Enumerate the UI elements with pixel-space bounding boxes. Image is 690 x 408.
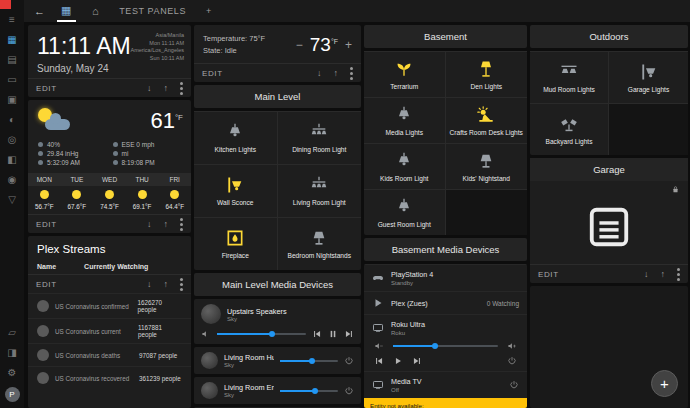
add-tab-button[interactable]: + <box>202 0 216 22</box>
user-avatar[interactable]: P <box>5 387 20 402</box>
lock-icon[interactable] <box>671 185 680 194</box>
setpoint-unit: °F <box>331 38 338 45</box>
switch-button-fireplace[interactable]: Fireplace <box>194 217 278 270</box>
volume-slider[interactable] <box>393 345 498 347</box>
more-options-icon[interactable] <box>350 72 353 75</box>
sprout-icon <box>394 59 414 79</box>
tab-home[interactable]: ⌂ <box>88 0 103 22</box>
move-down-icon[interactable]: ↓ <box>317 68 322 78</box>
move-up-icon[interactable]: ↑ <box>164 83 169 93</box>
more-options-icon[interactable] <box>180 87 183 90</box>
add-card-fab[interactable]: + <box>651 370 678 397</box>
developer-tools-icon[interactable]: ▱ <box>5 327 19 339</box>
light-button-garage-lights[interactable]: Garage Lights <box>609 51 688 103</box>
ceiling-light-icon <box>394 105 414 125</box>
previous-track-icon[interactable] <box>374 356 384 366</box>
play-icon[interactable] <box>393 356 403 366</box>
sunny-icon <box>138 190 147 199</box>
sunny-icon <box>170 190 179 199</box>
analytics-icon[interactable]: ◨ <box>5 347 19 359</box>
move-up-icon[interactable]: ↑ <box>334 68 339 78</box>
volume-slider[interactable] <box>280 360 338 362</box>
power-icon[interactable] <box>344 386 354 396</box>
cloud-icon <box>45 119 70 130</box>
power-icon[interactable] <box>509 380 519 390</box>
volume-slider[interactable] <box>217 333 306 335</box>
menu-icon[interactable]: ≡ <box>5 14 19 26</box>
next-track-icon[interactable] <box>344 329 354 339</box>
history-icon[interactable]: ◐ <box>5 114 19 126</box>
move-up-icon[interactable]: ↑ <box>661 269 666 279</box>
entity-icon <box>37 325 49 337</box>
previous-track-icon[interactable] <box>312 329 322 339</box>
move-down-icon[interactable]: ↓ <box>147 83 152 93</box>
light-button-kitchen-lights[interactable]: Kitchen Lights <box>194 111 278 164</box>
light-button-kids-room-light[interactable]: Kids Room Light <box>364 143 446 189</box>
move-up-icon[interactable]: ↑ <box>164 279 169 289</box>
move-down-icon[interactable]: ↓ <box>644 269 649 279</box>
more-options-icon[interactable] <box>677 273 680 276</box>
light-button-crafts-room-desk-lights[interactable]: Crafts Room Desk Lights <box>446 97 528 143</box>
volume-icon[interactable] <box>201 329 211 339</box>
light-button-kids-nightstand[interactable]: Kids' Nightstand <box>446 143 528 189</box>
media-item-playstation[interactable]: PlayStation 4 Standby <box>364 264 527 291</box>
pause-icon[interactable] <box>328 329 338 339</box>
switch-button-terrarium[interactable]: Terrarium <box>364 51 446 97</box>
overview-icon[interactable]: ▦ <box>5 34 19 46</box>
volume-up-icon[interactable] <box>507 341 517 351</box>
edit-button[interactable]: EDIT <box>36 280 57 289</box>
media-item-plex[interactable]: Plex (Zues) 0 Watching <box>364 291 527 314</box>
light-button-mud-room-lights[interactable]: Mud Room Lights <box>530 51 609 103</box>
calendar-icon[interactable]: ▤ <box>5 54 19 66</box>
next-track-icon[interactable] <box>412 356 422 366</box>
card-title: Plex Streams <box>28 243 191 261</box>
person-icon[interactable]: ◉ <box>5 174 19 186</box>
edit-button[interactable]: EDIT <box>36 84 57 93</box>
move-down-icon[interactable]: ↓ <box>147 279 152 289</box>
list-item[interactable]: US Coronavirus recovered361239 people <box>28 366 191 389</box>
media-item-roku-ultra[interactable]: Roku Ultra Roku <box>364 314 527 371</box>
media-item-media-tv[interactable]: Media TV Off <box>364 371 527 398</box>
edit-button[interactable]: EDIT <box>202 69 223 78</box>
move-up-icon[interactable]: ↑ <box>164 219 169 229</box>
temp-increase-button[interactable]: + <box>345 38 352 52</box>
edit-row: EDIT ↓ ↑ <box>194 63 361 82</box>
shield-icon[interactable]: ◧ <box>5 154 19 166</box>
list-item[interactable]: US Coronavirus confirmed1626270 people <box>28 293 191 318</box>
volume-slider[interactable] <box>280 390 338 392</box>
power-icon[interactable] <box>507 356 517 366</box>
light-button-wall-sconce[interactable]: Wall Sconce <box>194 164 278 217</box>
column-currently-watching: Currently Watching <box>84 263 148 270</box>
more-options-icon[interactable] <box>180 223 183 226</box>
dual-ceiling-light-icon <box>559 62 579 82</box>
entity-icon <box>37 349 49 361</box>
media-icon[interactable]: ▭ <box>5 74 19 86</box>
light-button-den-lights[interactable]: Den Lights <box>446 51 528 97</box>
back-button[interactable]: ← <box>34 5 45 17</box>
light-button-living-room-light[interactable]: Living Room Light <box>278 164 362 217</box>
light-button-dining-room-light[interactable]: Dining Room Light <box>278 111 362 164</box>
tab-test-panels[interactable]: TEST PANELS <box>115 0 190 22</box>
list-item[interactable]: US Coronavirus deaths97087 people <box>28 343 191 366</box>
settings-icon[interactable]: ⚙ <box>5 367 19 379</box>
light-button-backyard-lights[interactable]: Backyard Lights <box>530 103 609 155</box>
sunset: 8:19:08 PM <box>113 159 182 166</box>
light-button-guest-room-light[interactable]: Guest Room Light <box>364 189 446 235</box>
temp-decrease-button[interactable]: − <box>296 38 303 52</box>
more-options-icon[interactable] <box>180 283 183 286</box>
list-item[interactable]: US Coronavirus current1167881 people <box>28 318 191 343</box>
power-icon[interactable] <box>344 356 354 366</box>
tz2-time: Sun 10:11 AM <box>130 55 184 63</box>
map-icon[interactable]: ◎ <box>5 134 19 146</box>
tab-overview[interactable]: ▦ <box>57 0 76 22</box>
light-button-bedroom-nightstands[interactable]: Bedroom Nightstands <box>278 217 362 270</box>
edit-button[interactable]: EDIT <box>538 270 559 279</box>
light-button-media-lights[interactable]: Media Lights <box>364 97 446 143</box>
volume-down-icon[interactable] <box>374 341 384 351</box>
section-title-main-media: Main Level Media Devices <box>194 273 361 296</box>
move-down-icon[interactable]: ↓ <box>147 219 152 229</box>
lab-icon[interactable]: ▽ <box>5 194 19 206</box>
logbook-icon[interactable]: ▣ <box>5 94 19 106</box>
edit-button[interactable]: EDIT <box>36 220 57 229</box>
garage-door-icon[interactable] <box>586 204 632 250</box>
